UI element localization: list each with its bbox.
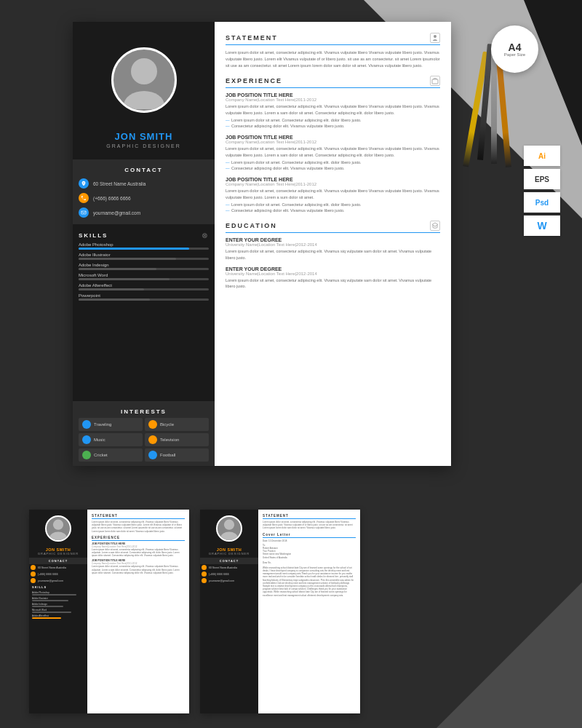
edu-entry-2: ENTER YOUR DEGREE University Name|Locati…: [226, 266, 440, 290]
preview-phone-icon-1: [31, 571, 36, 577]
statement-title: STATEMENT: [226, 33, 440, 45]
interest-football: Football: [145, 448, 209, 462]
email-icon: [79, 207, 89, 218]
preview-skill-1: Adobe Photoshop: [29, 590, 87, 596]
experience-title: EXPERIENCE: [226, 76, 440, 88]
format-psd: Psd: [524, 192, 560, 213]
name-section: JON SMITH GRAPHIC DESIGNER: [73, 124, 215, 156]
job-entry-2: JOB POSITION TITLE HERE Company Name|Loc…: [226, 135, 440, 171]
interest-television: Television: [145, 433, 209, 446]
education-icon: [430, 221, 440, 231]
television-icon: [148, 435, 157, 444]
person-name: JON SMITH: [80, 131, 207, 142]
interest-music: Music: [79, 433, 143, 446]
experience-icon: [430, 76, 440, 86]
preview-title-1: GRAPHIC DESIGNER: [29, 552, 87, 555]
preview-content-1: STATEMENT Lorem ipsum dolor sit amet, co…: [87, 510, 189, 713]
format-word: W: [524, 215, 560, 236]
bicycle-icon: [148, 420, 157, 429]
skill-word: Microsoft Word: [79, 273, 209, 280]
preview-contact-address-2: 60 Street Name Australia: [200, 564, 258, 571]
football-icon: [148, 451, 157, 459]
a4-size-label: A4: [509, 42, 522, 52]
preview-skill-5: Adobe Aftereffect: [29, 614, 87, 620]
statement-section: STATEMENT Lorem ipsum dolor sit amet, co…: [226, 33, 440, 68]
preview-skill-3: Adobe Indesign: [29, 602, 87, 608]
preview-card-2: JON SMITH GRAPHIC DESIGNER CONTACT 60 St…: [200, 510, 360, 713]
preview-addr-icon-1: [31, 565, 36, 570]
skill-indesign: Adobe Indesign: [79, 263, 209, 270]
bottom-previews: JON SMITH GRAPHIC DESIGNER CONTACT 60 St…: [29, 510, 360, 713]
contact-email: yourname@gmail.com: [73, 205, 215, 220]
experience-section: EXPERIENCE JOB POSITION TITLE HERE Compa…: [226, 76, 440, 213]
preview-phone-icon-2: [202, 571, 207, 577]
contact-address: 60 Street Name Australia: [73, 176, 215, 191]
format-ai: Ai: [524, 146, 560, 166]
interest-bicycle: Bicycle: [145, 418, 209, 431]
interest-traveling: Traveling: [79, 418, 143, 431]
preview-contact-bar-1: CONTACT: [29, 558, 87, 564]
address-icon: [79, 178, 89, 189]
phone-text: (+666) 6666 6666: [93, 196, 131, 201]
bg-bottom-right: [436, 582, 582, 728]
profile-photo-container: [73, 22, 215, 124]
statement-text: Lorem ipsum dolor sit amet, consectetur …: [226, 50, 440, 68]
preview-email-icon-2: [202, 578, 207, 583]
preview-contact-email-2: yourname@gmail.com: [200, 577, 258, 584]
skill-powerpoint: Powerpoint: [79, 293, 209, 301]
resume-sidebar: JON SMITH GRAPHIC DESIGNER CONTACT 60 St…: [73, 22, 215, 466]
preview-skill-4: Microsoft Word: [29, 608, 87, 614]
contact-header: CONTACT: [73, 164, 215, 176]
interests-header: INTERESTS: [79, 405, 209, 418]
skills-header: SKILLS ⊗: [79, 229, 209, 242]
svg-point-1: [124, 91, 164, 109]
preview-sidebar-2: JON SMITH GRAPHIC DESIGNER CONTACT 60 St…: [200, 510, 258, 713]
skills-settings-icon: ⊗: [202, 232, 209, 240]
svg-point-8: [220, 531, 237, 540]
preview-contact-email-1: yourname@gmail.com: [29, 577, 87, 584]
cricket-icon: [82, 451, 91, 459]
contact-section: CONTACT 60 Street Name Australia (+666) …: [73, 159, 215, 224]
preview-skills-title-1: SKILLS: [29, 584, 87, 590]
svg-point-3: [434, 35, 436, 38]
resume-right-content: STATEMENT Lorem ipsum dolor sit amet, co…: [215, 22, 451, 466]
svg-point-6: [49, 531, 66, 540]
skill-illustrator: Adobe Illustrator: [79, 253, 209, 260]
svg-rect-4: [432, 79, 438, 84]
job-entry-3: JOB POSITION TITLE HERE Company Name|Loc…: [226, 177, 440, 213]
interests-grid: Traveling Bicycle Music Television Crick…: [79, 418, 209, 462]
preview-contact-bar-2: CONTACT: [200, 558, 258, 564]
skill-photoshop: Adobe Photoshop: [79, 242, 209, 250]
preview-skill-2: Adobe Illustrator: [29, 596, 87, 602]
format-badges: Ai EPS Psd W: [524, 146, 560, 236]
preview-title-2: GRAPHIC DESIGNER: [200, 552, 258, 555]
preview-content-2: STATEMENT Lorem ipsum dolor sit amet, co…: [258, 510, 360, 713]
preview-card-1: JON SMITH GRAPHIC DESIGNER CONTACT 60 St…: [29, 510, 189, 713]
a4-badge: A4 Paper Size: [491, 25, 538, 73]
skills-section: SKILLS ⊗ Adobe Photoshop Adobe Illustrat…: [73, 224, 215, 308]
person-title: GRAPHIC DESIGNER: [80, 143, 207, 149]
preview-photo-2: [216, 515, 242, 542]
preview-addr-icon-2: [202, 565, 207, 570]
education-section: EDUCATION ENTER YOUR DEGREE University N…: [226, 221, 440, 289]
address-text: 60 Street Name Australia: [93, 181, 146, 186]
phone-icon: [79, 193, 89, 203]
preview-contact-phone-2: (+666) 6666 6666: [200, 571, 258, 577]
profile-photo: [111, 47, 177, 113]
edu-entry-1: ENTER YOUR DEGREE University Name|Locati…: [226, 237, 440, 261]
job-entry-1: JOB POSITION TITLE HERE Company Name|Loc…: [226, 92, 440, 129]
preview-sidebar-1: JON SMITH GRAPHIC DESIGNER CONTACT 60 St…: [29, 510, 87, 713]
education-title: EDUCATION: [226, 221, 440, 233]
preview-photo-1: [45, 515, 71, 542]
skill-aftereffect: Adobe Aftereffect: [79, 283, 209, 290]
preview-email-icon-1: [31, 578, 36, 583]
traveling-icon: [82, 420, 91, 429]
music-icon: [82, 435, 91, 444]
statement-icon: [430, 33, 440, 43]
interest-cricket: Cricket: [79, 448, 143, 462]
preview-contact-phone-1: (+666) 6666 6666: [29, 571, 87, 577]
svg-point-5: [53, 520, 63, 530]
preview-contact-address-1: 60 Street Name Australia: [29, 564, 87, 571]
svg-point-7: [224, 520, 234, 530]
svg-rect-2: [81, 211, 86, 214]
